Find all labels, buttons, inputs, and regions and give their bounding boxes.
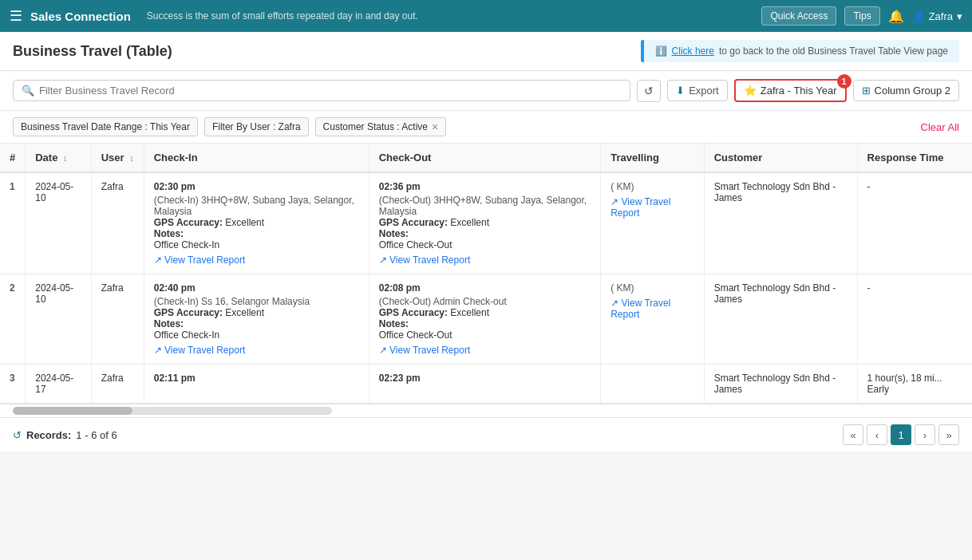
starred-label: Zafra - This Year <box>761 85 837 97</box>
col-icon: ⊞ <box>862 85 871 97</box>
cell-checkin: 02:40 pm (Check-In) Ss 16, Selangor Mala… <box>144 274 369 365</box>
cell-response-time: - <box>857 274 972 365</box>
table-row: 1 2024-05-10 Zafra 02:30 pm (Check-In) 3… <box>0 172 972 274</box>
cell-num: 2 <box>0 274 26 365</box>
checkout-location: (Check-Out) 3HHQ+8W, Subang Jaya, Selang… <box>379 195 591 217</box>
checkout-time: 02:08 pm <box>379 282 591 294</box>
refresh-button[interactable]: ↺ <box>637 80 661 102</box>
hamburger-icon[interactable]: ☰ <box>10 7 22 25</box>
col-customer: Customer <box>704 144 857 172</box>
clear-all-button[interactable]: Clear All <box>921 121 959 133</box>
app-tagline: Success is the sum of small efforts repe… <box>147 10 754 22</box>
top-navbar: ☰ Sales Connection Success is the sum of… <box>0 0 972 32</box>
col-response-time: Response Time <box>857 144 972 172</box>
pagination-prev[interactable]: ‹ <box>867 424 887 445</box>
checkin-gps: GPS Accuracy: Excellent <box>154 217 359 228</box>
filter-date-range: Business Travel Date Range : This Year <box>13 117 198 136</box>
search-input[interactable] <box>39 85 622 97</box>
info-banner: ℹ️ Click here to go back to the old Busi… <box>641 40 959 62</box>
checkout-travel-link[interactable]: ↗ View Travel Report <box>379 345 591 356</box>
page-header: Business Travel (Table) ℹ️ Click here to… <box>0 32 972 71</box>
col-checkin: Check-In <box>144 144 369 172</box>
cell-user: Zafra <box>91 365 144 404</box>
cell-checkin: 02:11 pm <box>144 365 369 404</box>
user-icon: 👤 <box>912 10 925 22</box>
page-title: Business Travel (Table) <box>13 43 172 60</box>
refresh-icon: ↺ <box>644 85 654 97</box>
checkin-travel-link[interactable]: ↗ View Travel Report <box>154 254 359 266</box>
table-container: # Date ↕ User ↕ Check-In Check-Out Trave… <box>0 144 972 417</box>
star-icon: ⭐ <box>744 85 757 97</box>
user-sort-icon: ↕ <box>129 153 134 163</box>
checkout-notes: Notes:Office Check-Out <box>379 228 591 250</box>
checkin-notes: Notes:Office Check-In <box>154 318 359 341</box>
checkout-gps: GPS Accuracy: Excellent <box>379 217 591 228</box>
cell-customer: Smart Technology Sdn Bhd - James <box>704 172 857 274</box>
records-range: 1 - 6 of 6 <box>76 429 117 441</box>
export-label: Export <box>689 85 719 97</box>
filter-customer-status-close[interactable]: × <box>432 121 438 132</box>
cell-travelling: ( KM) ↗ View Travel Report <box>601 172 704 274</box>
cell-response-time: 1 hour(s), 18 mi... Early <box>857 365 972 404</box>
col-travelling: Travelling <box>601 144 704 172</box>
table-header-row: # Date ↕ User ↕ Check-In Check-Out Trave… <box>0 144 972 172</box>
checkin-time: 02:40 pm <box>154 282 359 294</box>
travel-report-link[interactable]: ↗ View Travel Report <box>610 196 693 219</box>
col-date[interactable]: Date ↕ <box>26 144 91 172</box>
search-box[interactable]: 🔍 <box>13 80 630 101</box>
cell-checkin: 02:30 pm (Check-In) 3HHQ+8W, Subang Jaya… <box>144 172 369 274</box>
col-user[interactable]: User ↕ <box>91 144 144 172</box>
filter-customer-status[interactable]: Customer Status : Active × <box>315 117 447 136</box>
checkin-time: 02:11 pm <box>154 373 359 384</box>
column-group-button[interactable]: ⊞ Column Group 2 <box>853 80 959 101</box>
cell-date: 2024-05-10 <box>26 172 91 274</box>
cell-customer: Smart Technology Sdn Bhd - James <box>704 274 857 365</box>
date-sort-icon: ↕ <box>63 153 68 163</box>
cell-travelling: ( KM) ↗ View Travel Report <box>601 274 704 365</box>
download-icon: ⬇ <box>676 85 685 97</box>
checkin-travel-link[interactable]: ↗ View Travel Report <box>154 345 359 356</box>
chevron-down-icon: ▾ <box>957 10 962 22</box>
notification-icon[interactable]: 🔔 <box>888 9 904 24</box>
checkin-location: (Check-In) Ss 16, Selangor Malaysia <box>154 296 359 307</box>
pagination-first[interactable]: « <box>843 424 863 445</box>
search-icon: 🔍 <box>22 85 34 97</box>
filter-bar: Business Travel Date Range : This Year F… <box>0 111 972 144</box>
app-brand: Sales Connection <box>30 10 131 23</box>
starred-filter-button[interactable]: 1 ⭐ Zafra - This Year <box>734 79 847 102</box>
pagination-next[interactable]: › <box>915 424 935 445</box>
cell-user: Zafra <box>91 172 144 274</box>
pagination-page-1[interactable]: 1 <box>891 424 911 445</box>
checkout-time: 02:23 pm <box>379 373 591 384</box>
checkout-travel-link[interactable]: ↗ View Travel Report <box>379 254 591 266</box>
checkout-gps: GPS Accuracy: Excellent <box>379 307 591 318</box>
filter-date-range-label: Business Travel Date Range : This Year <box>21 121 190 132</box>
filter-customer-status-label: Customer Status : Active <box>323 121 428 132</box>
col-checkout: Check-Out <box>369 144 600 172</box>
starred-badge: 1 <box>837 74 851 89</box>
checkout-time: 02:36 pm <box>379 181 591 192</box>
main-table: # Date ↕ User ↕ Check-In Check-Out Trave… <box>0 144 972 404</box>
click-here-link[interactable]: Click here <box>672 45 714 57</box>
quick-access-button[interactable]: Quick Access <box>761 6 836 26</box>
filter-user: Filter By User : Zafra <box>204 117 309 136</box>
user-menu[interactable]: 👤 Zafra ▾ <box>912 10 962 22</box>
travelling-km: ( KM) <box>610 282 693 294</box>
checkin-location: (Check-In) 3HHQ+8W, Subang Jaya, Selango… <box>154 195 359 217</box>
user-label: Zafra <box>929 10 953 22</box>
cell-checkout: 02:36 pm (Check-Out) 3HHQ+8W, Subang Jay… <box>369 172 600 274</box>
pagination-last[interactable]: » <box>938 424 959 445</box>
travel-report-link[interactable]: ↗ View Travel Report <box>610 298 693 320</box>
records-label: Records: <box>26 429 71 441</box>
export-button[interactable]: ⬇ Export <box>667 80 728 101</box>
pagination: « ‹ 1 › » <box>843 424 959 445</box>
checkout-location: (Check-Out) Admin Check-out <box>379 296 591 307</box>
travelling-km: ( KM) <box>610 181 693 192</box>
toolbar: 🔍 ↺ ⬇ Export 1 ⭐ Zafra - This Year ⊞ Col… <box>0 71 972 111</box>
cell-date: 2024-05-10 <box>26 274 91 365</box>
footer-refresh-icon[interactable]: ↺ <box>13 429 22 441</box>
cell-user: Zafra <box>91 274 144 365</box>
records-info: ↺ Records: 1 - 6 of 6 <box>13 429 117 441</box>
tips-button[interactable]: Tips <box>844 6 879 26</box>
cell-date: 2024-05-17 <box>26 365 91 404</box>
